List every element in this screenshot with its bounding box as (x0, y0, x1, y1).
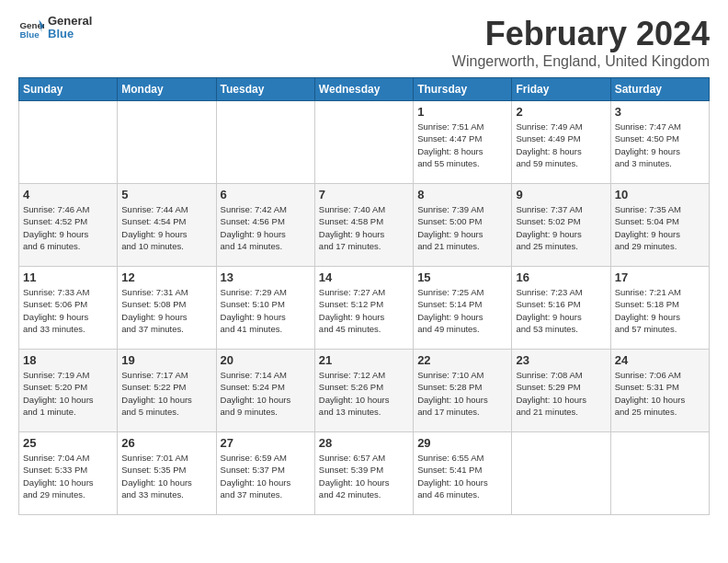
calendar-cell: 20Sunrise: 7:14 AM Sunset: 5:24 PM Dayli… (216, 350, 314, 432)
calendar-cell (216, 101, 314, 184)
day-info: Sunrise: 7:49 AM Sunset: 4:49 PM Dayligh… (516, 121, 606, 169)
day-info: Sunrise: 7:29 AM Sunset: 5:10 PM Dayligh… (221, 286, 311, 335)
day-info: Sunrise: 7:31 AM Sunset: 5:08 PM Dayligh… (121, 286, 211, 335)
day-info: Sunrise: 7:06 AM Sunset: 5:31 PM Dayligh… (615, 369, 705, 418)
calendar-cell: 12Sunrise: 7:31 AM Sunset: 5:08 PM Dayli… (118, 267, 216, 350)
day-number: 27 (221, 436, 311, 450)
calendar-cell: 10Sunrise: 7:35 AM Sunset: 5:04 PM Dayli… (610, 184, 709, 267)
day-number: 11 (23, 270, 113, 284)
calendar-week-2: 4Sunrise: 7:46 AM Sunset: 4:52 PM Daylig… (19, 184, 710, 267)
calendar-cell: 7Sunrise: 7:40 AM Sunset: 4:58 PM Daylig… (314, 184, 413, 267)
calendar-cell: 25Sunrise: 7:04 AM Sunset: 5:33 PM Dayli… (19, 432, 118, 515)
day-info: Sunrise: 7:27 AM Sunset: 5:12 PM Dayligh… (319, 286, 409, 335)
day-number: 18 (23, 353, 113, 367)
calendar-body: 1Sunrise: 7:51 AM Sunset: 4:47 PM Daylig… (19, 101, 710, 515)
calendar-cell: 26Sunrise: 7:01 AM Sunset: 5:35 PM Dayli… (118, 432, 216, 515)
day-number: 20 (221, 353, 311, 367)
col-header-tuesday: Tuesday (216, 78, 314, 101)
calendar-week-3: 11Sunrise: 7:33 AM Sunset: 5:06 PM Dayli… (19, 267, 710, 350)
calendar-cell: 5Sunrise: 7:44 AM Sunset: 4:54 PM Daylig… (118, 184, 216, 267)
logo: General Blue General Blue (18, 15, 92, 41)
day-info: Sunrise: 7:01 AM Sunset: 5:35 PM Dayligh… (121, 452, 211, 500)
day-info: Sunrise: 7:42 AM Sunset: 4:56 PM Dayligh… (221, 203, 311, 252)
day-info: Sunrise: 7:04 AM Sunset: 5:33 PM Dayligh… (23, 452, 113, 500)
logo-icon: General Blue (18, 15, 44, 40)
calendar-cell: 24Sunrise: 7:06 AM Sunset: 5:31 PM Dayli… (610, 350, 709, 432)
day-info: Sunrise: 7:14 AM Sunset: 5:24 PM Dayligh… (221, 369, 311, 418)
day-number: 8 (417, 188, 507, 201)
day-info: Sunrise: 7:23 AM Sunset: 5:16 PM Dayligh… (516, 286, 606, 335)
day-info: Sunrise: 6:55 AM Sunset: 5:41 PM Dayligh… (417, 452, 507, 500)
day-number: 16 (516, 270, 606, 284)
day-number: 29 (417, 436, 507, 450)
day-number: 6 (221, 188, 311, 201)
day-info: Sunrise: 7:17 AM Sunset: 5:22 PM Dayligh… (121, 369, 211, 418)
calendar-table: SundayMondayTuesdayWednesdayThursdayFrid… (18, 77, 710, 515)
calendar-cell: 4Sunrise: 7:46 AM Sunset: 4:52 PM Daylig… (19, 184, 118, 267)
day-info: Sunrise: 7:40 AM Sunset: 4:58 PM Dayligh… (319, 203, 409, 252)
day-number: 3 (615, 105, 705, 119)
day-number: 21 (319, 353, 409, 367)
calendar-cell (512, 432, 610, 515)
calendar-week-1: 1Sunrise: 7:51 AM Sunset: 4:47 PM Daylig… (19, 101, 710, 184)
calendar-cell: 22Sunrise: 7:10 AM Sunset: 5:28 PM Dayli… (414, 350, 512, 432)
col-header-wednesday: Wednesday (314, 78, 413, 101)
day-info: Sunrise: 7:37 AM Sunset: 5:02 PM Dayligh… (516, 203, 606, 252)
calendar-header-row: SundayMondayTuesdayWednesdayThursdayFrid… (19, 78, 710, 101)
col-header-thursday: Thursday (414, 78, 512, 101)
calendar-cell: 29Sunrise: 6:55 AM Sunset: 5:41 PM Dayli… (414, 432, 512, 515)
day-number: 28 (319, 436, 409, 450)
calendar-cell: 15Sunrise: 7:25 AM Sunset: 5:14 PM Dayli… (414, 267, 512, 350)
day-number: 26 (121, 436, 211, 450)
calendar-cell (118, 101, 216, 184)
calendar-cell: 21Sunrise: 7:12 AM Sunset: 5:26 PM Dayli… (314, 350, 413, 432)
day-number: 24 (615, 353, 705, 367)
day-number: 1 (417, 105, 507, 119)
calendar-cell: 9Sunrise: 7:37 AM Sunset: 5:02 PM Daylig… (512, 184, 610, 267)
location-title: Wingerworth, England, United Kingdom (452, 53, 710, 70)
logo-line2: Blue (48, 28, 92, 40)
col-header-saturday: Saturday (610, 78, 709, 101)
day-number: 25 (23, 436, 113, 450)
calendar-cell: 1Sunrise: 7:51 AM Sunset: 4:47 PM Daylig… (414, 101, 512, 184)
day-number: 22 (417, 353, 507, 367)
calendar-cell: 3Sunrise: 7:47 AM Sunset: 4:50 PM Daylig… (610, 101, 709, 184)
calendar-cell (610, 432, 709, 515)
title-area: February 2024 Wingerworth, England, Unit… (452, 15, 710, 70)
day-number: 7 (319, 188, 409, 201)
day-number: 12 (121, 270, 211, 284)
day-number: 14 (319, 270, 409, 284)
day-number: 17 (615, 270, 705, 284)
day-info: Sunrise: 7:08 AM Sunset: 5:29 PM Dayligh… (516, 369, 606, 418)
day-info: Sunrise: 6:57 AM Sunset: 5:39 PM Dayligh… (319, 452, 409, 500)
day-number: 23 (516, 353, 606, 367)
svg-text:Blue: Blue (19, 29, 40, 40)
day-info: Sunrise: 7:21 AM Sunset: 5:18 PM Dayligh… (615, 286, 705, 335)
day-number: 13 (221, 270, 311, 284)
calendar-cell: 2Sunrise: 7:49 AM Sunset: 4:49 PM Daylig… (512, 101, 610, 184)
calendar-cell: 18Sunrise: 7:19 AM Sunset: 5:20 PM Dayli… (19, 350, 118, 432)
calendar-cell: 6Sunrise: 7:42 AM Sunset: 4:56 PM Daylig… (216, 184, 314, 267)
day-number: 19 (121, 353, 211, 367)
calendar-cell: 27Sunrise: 6:59 AM Sunset: 5:37 PM Dayli… (216, 432, 314, 515)
calendar-cell (314, 101, 413, 184)
day-info: Sunrise: 7:12 AM Sunset: 5:26 PM Dayligh… (319, 369, 409, 418)
day-info: Sunrise: 7:10 AM Sunset: 5:28 PM Dayligh… (417, 369, 507, 418)
month-title: February 2024 (452, 15, 710, 53)
day-number: 4 (23, 188, 113, 201)
day-number: 5 (121, 188, 211, 201)
day-number: 15 (417, 270, 507, 284)
day-number: 10 (615, 188, 705, 201)
day-info: Sunrise: 7:44 AM Sunset: 4:54 PM Dayligh… (121, 203, 211, 252)
day-number: 2 (516, 105, 606, 119)
calendar-cell: 17Sunrise: 7:21 AM Sunset: 5:18 PM Dayli… (610, 267, 709, 350)
col-header-friday: Friday (512, 78, 610, 101)
calendar-cell: 14Sunrise: 7:27 AM Sunset: 5:12 PM Dayli… (314, 267, 413, 350)
calendar-cell (19, 101, 118, 184)
calendar-week-5: 25Sunrise: 7:04 AM Sunset: 5:33 PM Dayli… (19, 432, 710, 515)
calendar-week-4: 18Sunrise: 7:19 AM Sunset: 5:20 PM Dayli… (19, 350, 710, 432)
col-header-monday: Monday (118, 78, 216, 101)
day-info: Sunrise: 7:25 AM Sunset: 5:14 PM Dayligh… (417, 286, 507, 335)
calendar-cell: 19Sunrise: 7:17 AM Sunset: 5:22 PM Dayli… (118, 350, 216, 432)
col-header-sunday: Sunday (19, 78, 118, 101)
